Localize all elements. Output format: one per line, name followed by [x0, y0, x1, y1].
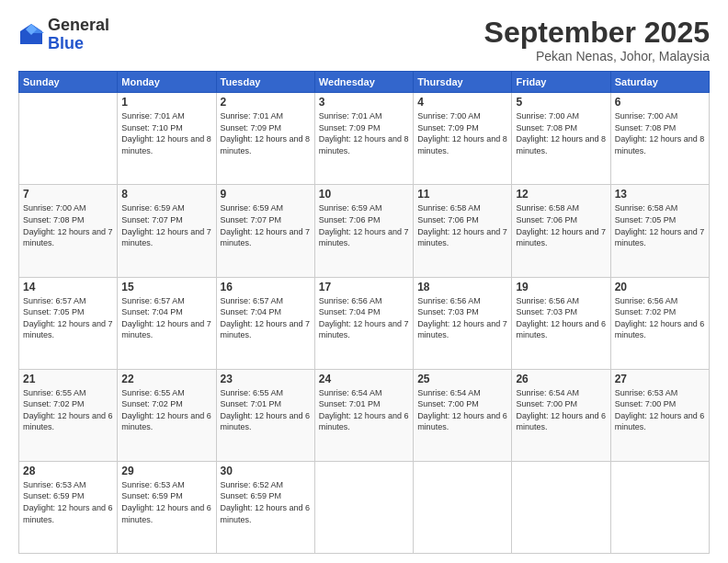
day-number: 10 — [319, 188, 409, 201]
table-row: 12 Sunrise: 6:58 AMSunset: 7:06 PMDaylig… — [512, 185, 610, 277]
day-number: 22 — [121, 373, 211, 385]
table-row: 2 Sunrise: 7:01 AMSunset: 7:09 PMDayligh… — [216, 93, 314, 185]
logo-general-label: General — [48, 17, 109, 35]
col-friday: Friday — [512, 72, 610, 93]
day-detail: Sunrise: 6:53 AMSunset: 7:00 PMDaylight:… — [615, 388, 705, 432]
table-row: 25 Sunrise: 6:54 AMSunset: 7:00 PMDaylig… — [414, 369, 512, 461]
location: Pekan Nenas, Johor, Malaysia — [484, 49, 710, 63]
table-row: 6 Sunrise: 7:00 AMSunset: 7:08 PMDayligh… — [610, 93, 709, 185]
day-number: 8 — [121, 188, 211, 201]
header: General Blue September 2025 Pekan Nenas,… — [18, 17, 710, 63]
day-number: 12 — [516, 188, 606, 201]
table-row: 15 Sunrise: 6:57 AMSunset: 7:04 PMDaylig… — [118, 277, 216, 369]
day-number: 21 — [23, 373, 113, 385]
day-detail: Sunrise: 6:59 AMSunset: 7:07 PMDaylight:… — [221, 203, 311, 247]
logo-blue-label: Blue — [48, 35, 109, 53]
day-detail: Sunrise: 7:00 AMSunset: 7:08 PMDaylight:… — [23, 203, 113, 247]
day-number: 20 — [615, 281, 705, 293]
table-row: 16 Sunrise: 6:57 AMSunset: 7:04 PMDaylig… — [216, 277, 314, 369]
day-detail: Sunrise: 6:59 AMSunset: 7:07 PMDaylight:… — [121, 203, 211, 247]
col-sunday: Sunday — [19, 72, 118, 93]
day-number: 3 — [319, 96, 409, 109]
day-detail: Sunrise: 6:55 AMSunset: 7:01 PMDaylight:… — [221, 388, 311, 432]
day-number: 6 — [615, 96, 705, 109]
table-row: 3 Sunrise: 7:01 AMSunset: 7:09 PMDayligh… — [314, 93, 413, 185]
table-row: 24 Sunrise: 6:54 AMSunset: 7:01 PMDaylig… — [314, 369, 413, 461]
table-row: 29 Sunrise: 6:53 AMSunset: 6:59 PMDaylig… — [118, 461, 216, 553]
day-number: 5 — [516, 96, 606, 109]
day-detail: Sunrise: 6:57 AMSunset: 7:04 PMDaylight:… — [121, 296, 211, 340]
day-detail: Sunrise: 6:54 AMSunset: 7:00 PMDaylight:… — [417, 388, 507, 432]
day-detail: Sunrise: 7:01 AMSunset: 7:09 PMDaylight:… — [221, 111, 311, 155]
day-detail: Sunrise: 6:58 AMSunset: 7:05 PMDaylight:… — [615, 203, 705, 247]
day-number: 16 — [221, 281, 311, 293]
day-detail: Sunrise: 6:55 AMSunset: 7:02 PMDaylight:… — [121, 388, 211, 432]
table-row — [610, 461, 709, 553]
day-number: 28 — [23, 465, 113, 477]
table-row: 1 Sunrise: 7:01 AMSunset: 7:10 PMDayligh… — [118, 93, 216, 185]
day-detail: Sunrise: 7:01 AMSunset: 7:09 PMDaylight:… — [319, 111, 409, 155]
table-row: 26 Sunrise: 6:54 AMSunset: 7:00 PMDaylig… — [512, 369, 610, 461]
day-detail: Sunrise: 6:54 AMSunset: 7:01 PMDaylight:… — [319, 388, 409, 432]
table-row: 7 Sunrise: 7:00 AMSunset: 7:08 PMDayligh… — [19, 185, 118, 277]
day-number: 1 — [121, 96, 211, 109]
table-row — [19, 93, 118, 185]
col-monday: Monday — [118, 72, 216, 93]
day-number: 15 — [121, 281, 211, 293]
table-row: 5 Sunrise: 7:00 AMSunset: 7:08 PMDayligh… — [512, 93, 610, 185]
day-number: 14 — [23, 281, 113, 293]
day-detail: Sunrise: 6:58 AMSunset: 7:06 PMDaylight:… — [417, 203, 507, 247]
table-row: 4 Sunrise: 7:00 AMSunset: 7:09 PMDayligh… — [414, 93, 512, 185]
day-detail: Sunrise: 6:56 AMSunset: 7:03 PMDaylight:… — [516, 296, 606, 340]
table-row — [414, 461, 512, 553]
day-detail: Sunrise: 7:00 AMSunset: 7:08 PMDaylight:… — [516, 111, 606, 155]
table-row: 11 Sunrise: 6:58 AMSunset: 7:06 PMDaylig… — [414, 185, 512, 277]
day-number: 7 — [23, 188, 113, 201]
month-title: September 2025 — [484, 17, 710, 49]
day-detail: Sunrise: 6:59 AMSunset: 7:06 PMDaylight:… — [319, 203, 409, 247]
logo: General Blue — [18, 17, 109, 53]
col-thursday: Thursday — [414, 72, 512, 93]
day-number: 11 — [417, 188, 507, 201]
day-number: 4 — [417, 96, 507, 109]
day-detail: Sunrise: 6:56 AMSunset: 7:02 PMDaylight:… — [615, 296, 705, 340]
logo-text: General Blue — [48, 17, 109, 53]
calendar-header-row: Sunday Monday Tuesday Wednesday Thursday… — [19, 72, 710, 93]
calendar-week-row: 28 Sunrise: 6:53 AMSunset: 6:59 PMDaylig… — [19, 461, 710, 553]
table-row: 8 Sunrise: 6:59 AMSunset: 7:07 PMDayligh… — [118, 185, 216, 277]
col-wednesday: Wednesday — [314, 72, 413, 93]
day-detail: Sunrise: 6:55 AMSunset: 7:02 PMDaylight:… — [23, 388, 113, 432]
day-detail: Sunrise: 7:01 AMSunset: 7:10 PMDaylight:… — [121, 111, 211, 155]
day-number: 19 — [516, 281, 606, 293]
calendar-week-row: 21 Sunrise: 6:55 AMSunset: 7:02 PMDaylig… — [19, 369, 710, 461]
day-number: 18 — [417, 281, 507, 293]
day-number: 13 — [615, 188, 705, 201]
day-detail: Sunrise: 6:57 AMSunset: 7:04 PMDaylight:… — [221, 296, 311, 340]
table-row: 10 Sunrise: 6:59 AMSunset: 7:06 PMDaylig… — [314, 185, 413, 277]
calendar-week-row: 1 Sunrise: 7:01 AMSunset: 7:10 PMDayligh… — [19, 93, 710, 185]
table-row: 14 Sunrise: 6:57 AMSunset: 7:05 PMDaylig… — [19, 277, 118, 369]
table-row: 13 Sunrise: 6:58 AMSunset: 7:05 PMDaylig… — [610, 185, 709, 277]
col-tuesday: Tuesday — [216, 72, 314, 93]
day-number: 25 — [417, 373, 507, 385]
day-number: 17 — [319, 281, 409, 293]
table-row: 23 Sunrise: 6:55 AMSunset: 7:01 PMDaylig… — [216, 369, 314, 461]
day-number: 27 — [615, 373, 705, 385]
table-row: 22 Sunrise: 6:55 AMSunset: 7:02 PMDaylig… — [118, 369, 216, 461]
day-detail: Sunrise: 6:57 AMSunset: 7:05 PMDaylight:… — [23, 296, 113, 340]
table-row: 9 Sunrise: 6:59 AMSunset: 7:07 PMDayligh… — [216, 185, 314, 277]
day-detail: Sunrise: 6:53 AMSunset: 6:59 PMDaylight:… — [121, 480, 211, 524]
day-detail: Sunrise: 6:58 AMSunset: 7:06 PMDaylight:… — [516, 203, 606, 247]
table-row: 17 Sunrise: 6:56 AMSunset: 7:04 PMDaylig… — [314, 277, 413, 369]
day-detail: Sunrise: 6:53 AMSunset: 6:59 PMDaylight:… — [23, 480, 113, 524]
table-row: 21 Sunrise: 6:55 AMSunset: 7:02 PMDaylig… — [19, 369, 118, 461]
day-number: 9 — [221, 188, 311, 201]
table-row: 28 Sunrise: 6:53 AMSunset: 6:59 PMDaylig… — [19, 461, 118, 553]
day-detail: Sunrise: 6:56 AMSunset: 7:04 PMDaylight:… — [319, 296, 409, 340]
day-detail: Sunrise: 7:00 AMSunset: 7:08 PMDaylight:… — [615, 111, 705, 155]
day-number: 23 — [221, 373, 311, 385]
table-row — [314, 461, 413, 553]
day-number: 24 — [319, 373, 409, 385]
title-block: September 2025 Pekan Nenas, Johor, Malay… — [484, 17, 710, 63]
day-number: 2 — [221, 96, 311, 109]
